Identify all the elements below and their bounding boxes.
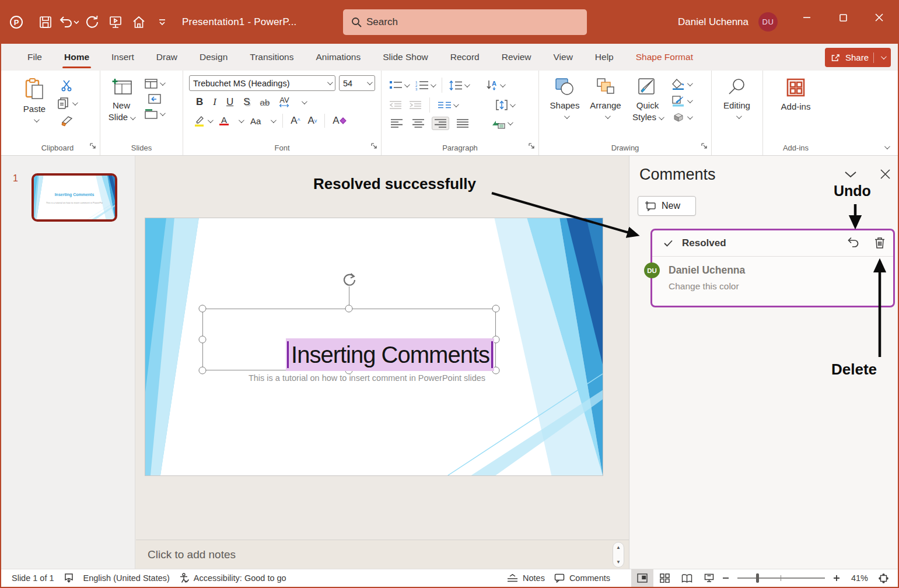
- text-direction-button[interactable]: A: [486, 80, 504, 90]
- slide-canvas[interactable]: Inserting Comments This is a tutorial on…: [145, 218, 603, 476]
- numbering-button[interactable]: 123: [415, 80, 435, 90]
- shape-fill-chevron-icon[interactable]: [687, 80, 693, 86]
- resolved-comment-card[interactable]: Resolved DU Daniel Uchenna Change this c…: [650, 229, 895, 307]
- notes-placeholder[interactable]: Click to add notes: [148, 548, 236, 561]
- user-name[interactable]: Daniel Uchenna: [678, 0, 748, 44]
- new-slide-button[interactable]: NewSlide: [100, 75, 142, 123]
- reading-view-button[interactable]: [676, 569, 698, 587]
- normal-view-button[interactable]: [631, 569, 653, 587]
- language-indicator[interactable]: English (United States): [79, 569, 174, 587]
- font-color-button[interactable]: A: [219, 116, 229, 126]
- convert-to-smartart-button[interactable]: [491, 118, 512, 129]
- redo-icon[interactable]: [81, 9, 104, 35]
- collapse-ribbon-chevron-icon[interactable]: [884, 144, 890, 149]
- align-text-button[interactable]: [496, 100, 514, 110]
- bullets-chevron-icon[interactable]: [404, 82, 410, 88]
- tab-help[interactable]: Help: [584, 44, 625, 71]
- paste-button[interactable]: Paste: [15, 75, 54, 123]
- arrange-button[interactable]: Arrange: [585, 75, 627, 119]
- powerpoint-logo-icon[interactable]: P: [5, 9, 28, 35]
- tab-view[interactable]: View: [543, 44, 584, 71]
- save-icon[interactable]: [34, 9, 57, 35]
- decrease-font-size-button[interactable]: Av: [307, 115, 317, 127]
- accessibility-status[interactable]: Accessibility: Good to go: [174, 569, 291, 587]
- slide-subtitle-text[interactable]: This is a tutorial on how to insert comm…: [243, 373, 491, 383]
- text-shadow-button[interactable]: S: [243, 96, 250, 108]
- user-avatar[interactable]: DU: [758, 12, 778, 32]
- quick-styles-button[interactable]: QuickStyles: [627, 75, 669, 123]
- font-size-combo[interactable]: 54: [339, 75, 375, 91]
- bold-button[interactable]: B: [196, 96, 203, 108]
- zoom-out-button[interactable]: [720, 569, 732, 587]
- align-text-chevron-icon[interactable]: [510, 102, 516, 107]
- shape-effects-chevron-icon[interactable]: [687, 114, 693, 120]
- strikethrough-button[interactable]: ab: [260, 97, 270, 107]
- tab-file[interactable]: File: [16, 44, 53, 71]
- scroll-down-icon[interactable]: ▼: [616, 559, 621, 565]
- increase-indent-button[interactable]: [410, 101, 421, 109]
- tab-shape-format[interactable]: Shape Format: [625, 44, 704, 71]
- close-button[interactable]: [863, 0, 895, 35]
- italic-button[interactable]: I: [213, 96, 216, 108]
- change-case-button[interactable]: Aa: [250, 116, 261, 126]
- tab-animations[interactable]: Animations: [305, 44, 372, 71]
- clear-formatting-button[interactable]: A: [333, 115, 345, 127]
- slide-sorter-view-button[interactable]: [653, 569, 676, 587]
- home-icon[interactable]: [127, 9, 151, 35]
- notes-toggle-button[interactable]: Notes: [502, 569, 550, 587]
- start-slideshow-icon[interactable]: [104, 9, 127, 35]
- tab-slide-show[interactable]: Slide Show: [372, 44, 439, 71]
- slide-thumbnail[interactable]: Inserting Comments This is a tutorial on…: [32, 173, 117, 222]
- align-center-button[interactable]: [410, 117, 426, 130]
- character-spacing-button[interactable]: AV: [279, 97, 289, 107]
- rotation-handle-icon[interactable]: [342, 272, 357, 290]
- shape-effects-icon[interactable]: [672, 113, 691, 123]
- font-dialog-launcher[interactable]: [371, 141, 377, 152]
- section-chevron-icon[interactable]: [160, 110, 166, 116]
- fit-slide-to-window-button[interactable]: [874, 569, 894, 587]
- notes-scrollbar[interactable]: ▲ ▼: [613, 542, 624, 568]
- resize-handle-w[interactable]: [199, 336, 207, 344]
- minimize-button[interactable]: [790, 0, 823, 35]
- scroll-up-icon[interactable]: ▲: [616, 545, 621, 550]
- columns-button[interactable]: [438, 102, 457, 108]
- highlight-chevron-icon[interactable]: [208, 117, 214, 123]
- tab-transitions[interactable]: Transitions: [239, 44, 305, 71]
- tab-home[interactable]: Home: [53, 44, 100, 71]
- numbering-chevron-icon[interactable]: [431, 82, 436, 88]
- shape-fill-icon[interactable]: [672, 79, 691, 90]
- new-comment-button[interactable]: New: [638, 196, 696, 216]
- addins-button[interactable]: Add-ins: [763, 75, 828, 113]
- reset-slide-icon[interactable]: [145, 94, 164, 104]
- columns-chevron-icon[interactable]: [453, 102, 459, 107]
- shape-outline-icon[interactable]: [672, 96, 691, 107]
- align-right-button[interactable]: [432, 117, 449, 130]
- spelling-check-icon[interactable]: [59, 569, 79, 587]
- line-spacing-button[interactable]: [449, 80, 468, 90]
- change-case-chevron-icon[interactable]: [271, 117, 277, 123]
- resize-handle-n[interactable]: [345, 305, 353, 313]
- comments-collapse-chevron-icon[interactable]: [844, 170, 857, 180]
- tab-draw[interactable]: Draw: [145, 44, 188, 71]
- undo-icon[interactable]: [57, 9, 81, 35]
- share-chevron-icon[interactable]: [881, 54, 887, 60]
- section-icon[interactable]: [145, 109, 164, 119]
- maximize-button[interactable]: [827, 0, 859, 35]
- tab-record[interactable]: Record: [439, 44, 491, 71]
- quick-access-toolbar-chevron-icon[interactable]: [151, 9, 174, 35]
- shapes-chevron-icon[interactable]: [564, 113, 569, 119]
- tab-design[interactable]: Design: [188, 44, 239, 71]
- highlight-color-button[interactable]: [194, 115, 212, 127]
- share-button[interactable]: Share: [825, 48, 891, 67]
- drawing-dialog-launcher[interactable]: [701, 141, 708, 152]
- arrange-chevron-icon[interactable]: [604, 113, 610, 119]
- underline-button[interactable]: U: [226, 96, 233, 108]
- new-slide-chevron-icon[interactable]: [130, 114, 136, 120]
- layout-chevron-icon[interactable]: [160, 80, 166, 86]
- quick-styles-chevron-icon[interactable]: [659, 114, 664, 120]
- smartart-chevron-icon[interactable]: [508, 120, 513, 125]
- zoom-in-button[interactable]: [831, 569, 842, 587]
- clipboard-dialog-launcher[interactable]: [90, 141, 96, 152]
- delete-comment-trash-icon[interactable]: [874, 237, 885, 251]
- copy-icon[interactable]: [57, 97, 76, 110]
